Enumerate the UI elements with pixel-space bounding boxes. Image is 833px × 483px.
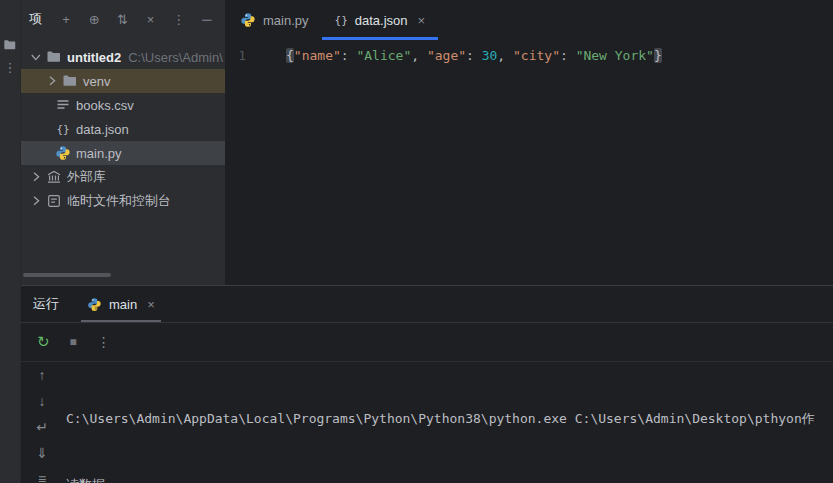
editor-tab-bar: main.py {} data.json × bbox=[225, 0, 833, 40]
tree-row-untitled2[interactable]: untitled2 C:\Users\Admin\ bbox=[21, 45, 225, 69]
tree-row-books-csv[interactable]: books.csv bbox=[21, 93, 225, 117]
active-run-tab-indicator bbox=[81, 320, 161, 322]
project-panel: 项 + ⊕ ⇅ × ⋮ ─ untitled2 C:\Users\Admin\ bbox=[21, 0, 225, 285]
tree-label: 外部库 bbox=[67, 168, 106, 186]
console-output[interactable]: C:\Users\Admin\AppData\Local\Programs\Py… bbox=[66, 364, 833, 483]
python-file-icon bbox=[87, 297, 102, 312]
collapse-all-icon[interactable]: × bbox=[143, 12, 159, 27]
tree-row-data-json[interactable]: {} data.json bbox=[21, 117, 225, 141]
ide-window: ⋮ 项 + ⊕ ⇅ × ⋮ ─ untitled2 C:\Users\Admin… bbox=[0, 0, 833, 483]
tab-data-json[interactable]: {} data.json × bbox=[322, 0, 439, 40]
tree-label: untitled2 bbox=[67, 50, 121, 65]
run-panel-title: 运行 bbox=[33, 295, 59, 313]
project-tree: untitled2 C:\Users\Admin\ venv books.csv… bbox=[21, 45, 225, 213]
rerun-icon[interactable]: ↻ bbox=[37, 333, 50, 351]
tree-label: main.py bbox=[76, 146, 122, 161]
project-panel-title: 项 bbox=[29, 10, 42, 28]
project-panel-header: 项 + ⊕ ⇅ × ⋮ ─ bbox=[21, 0, 225, 38]
chevron-right-icon[interactable] bbox=[45, 74, 59, 88]
project-path: C:\Users\Admin\ bbox=[128, 50, 223, 65]
project-tool-window-icon[interactable] bbox=[0, 34, 20, 56]
stop-icon[interactable]: ■ bbox=[70, 335, 77, 349]
folder-icon bbox=[46, 49, 62, 65]
hide-panel-icon[interactable]: ─ bbox=[199, 12, 215, 27]
close-icon[interactable]: × bbox=[418, 13, 426, 28]
tree-row-scratches[interactable]: 临时文件和控制台 bbox=[21, 189, 225, 213]
code-text: {"name": "Alice", "age": 30, "city": "Ne… bbox=[286, 48, 662, 63]
soft-wrap-icon[interactable]: ↵ bbox=[36, 418, 48, 435]
chevron-down-icon[interactable] bbox=[29, 50, 43, 64]
tree-row-external-libraries[interactable]: 外部库 bbox=[21, 165, 225, 189]
more-tool-windows-icon[interactable]: ⋮ bbox=[0, 56, 20, 78]
tree-row-main-py[interactable]: main.py bbox=[21, 141, 225, 165]
more-options-icon[interactable]: ⋮ bbox=[171, 12, 187, 27]
tab-main-py[interactable]: main.py bbox=[227, 0, 322, 40]
folder-icon bbox=[3, 38, 17, 52]
up-stack-trace-icon[interactable]: ↑ bbox=[39, 366, 46, 383]
console-line: 读数据 bbox=[66, 474, 833, 483]
python-file-icon bbox=[240, 12, 256, 28]
project-toolbar: + ⊕ ⇅ × ⋮ ─ bbox=[58, 12, 215, 27]
chevron-right-icon[interactable] bbox=[29, 194, 43, 208]
console-gutter: ↑ ↓ ↵ ⇓ ≡ bbox=[21, 366, 63, 483]
code-line-1: 1 {"name": "Alice", "age": 30, "city": "… bbox=[225, 45, 833, 65]
tree-label: books.csv bbox=[76, 98, 134, 113]
close-icon[interactable]: × bbox=[147, 297, 155, 312]
tree-label: venv bbox=[83, 74, 110, 89]
editor-area: main.py {} data.json × 1 {"name": "Alice… bbox=[225, 0, 833, 285]
csv-file-icon bbox=[55, 97, 71, 113]
python-file-icon bbox=[55, 145, 71, 161]
json-file-icon: {} bbox=[55, 121, 71, 137]
run-tab-main[interactable]: main × bbox=[75, 286, 167, 322]
console-line: C:\Users\Admin\AppData\Local\Programs\Py… bbox=[66, 408, 833, 430]
add-icon[interactable]: + bbox=[58, 12, 74, 27]
chevron-right-icon[interactable] bbox=[29, 170, 43, 184]
scroll-to-end-icon[interactable]: ⇓ bbox=[36, 444, 48, 461]
down-stack-trace-icon[interactable]: ↓ bbox=[39, 392, 46, 409]
folder-icon bbox=[62, 73, 78, 89]
tab-label: main.py bbox=[263, 13, 309, 28]
scratches-icon bbox=[46, 193, 62, 209]
tree-label: data.json bbox=[76, 122, 129, 137]
line-number: 1 bbox=[225, 48, 286, 63]
locate-file-icon[interactable]: ⊕ bbox=[86, 12, 102, 27]
code-editor[interactable]: 1 {"name": "Alice", "age": 30, "city": "… bbox=[225, 45, 833, 65]
active-tab-indicator bbox=[322, 37, 439, 40]
run-toolbar: ↻ ■ ⋮ bbox=[21, 323, 833, 362]
console-settings-icon[interactable]: ≡ bbox=[38, 470, 46, 483]
more-options-icon[interactable]: ⋮ bbox=[97, 334, 111, 350]
tree-row-venv[interactable]: venv bbox=[21, 69, 225, 93]
activity-bar: ⋮ bbox=[0, 0, 21, 483]
json-file-icon: {} bbox=[335, 14, 348, 27]
console-area: ↑ ↓ ↵ ⇓ ≡ C:\Users\Admin\AppData\Local\P… bbox=[21, 362, 833, 483]
run-tab-label: main bbox=[109, 297, 137, 312]
tab-label: data.json bbox=[355, 13, 408, 28]
horizontal-scrollbar[interactable] bbox=[23, 273, 111, 277]
run-panel-header: 运行 main × bbox=[21, 286, 833, 323]
libraries-icon bbox=[46, 169, 62, 185]
run-panel: 运行 main × ↻ ■ ⋮ ↑ ↓ ↵ ⇓ ≡ C:\Users\Admin… bbox=[21, 285, 833, 483]
tree-label: 临时文件和控制台 bbox=[67, 192, 171, 210]
expand-collapse-icon[interactable]: ⇅ bbox=[114, 12, 130, 27]
